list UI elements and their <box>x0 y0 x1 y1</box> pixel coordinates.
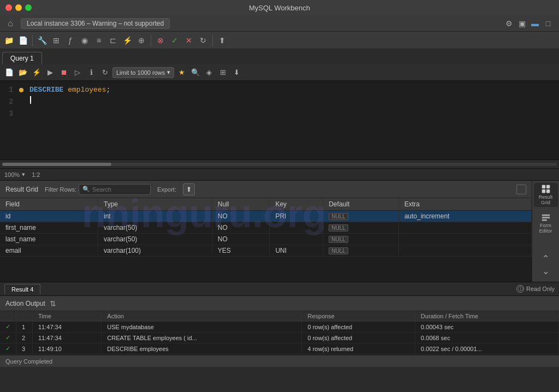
table-row[interactable]: email varchar(100) YES UNI NULL <box>0 245 532 257</box>
window-icon[interactable]: ▬ <box>528 17 542 30</box>
horizontal-scrollbar[interactable] <box>2 163 557 166</box>
settings-icon[interactable]: ⚙ <box>502 17 515 30</box>
explain-icon[interactable]: ℹ <box>85 67 97 79</box>
check-icon[interactable]: ✓ <box>168 34 181 47</box>
action-row[interactable]: ✓ 2 11:47:34 CREATE TABLE employees ( id… <box>0 332 559 343</box>
save-icon[interactable]: ⚡ <box>31 67 43 79</box>
action-output-table[interactable]: Time Action Response Duration / Fetch Ti… <box>0 311 559 355</box>
action-row[interactable]: ✓ 1 11:47:34 USE mydatabase 0 row(s) aff… <box>0 322 559 332</box>
run-selection-icon[interactable]: ▷ <box>72 67 84 79</box>
extra2-icon[interactable]: ⊕ <box>135 34 148 47</box>
cell-null: YES <box>212 245 270 257</box>
svg-rect-5 <box>542 217 550 218</box>
svg-rect-0 <box>542 185 545 188</box>
extra-icon[interactable]: □ <box>542 17 555 30</box>
action-num: 3 <box>16 343 33 354</box>
search-input[interactable] <box>92 186 147 193</box>
cell-key <box>270 222 323 234</box>
expand-down-btn[interactable]: ⌄ <box>542 266 549 276</box>
col-field[interactable]: Field <box>0 198 98 211</box>
search-icon[interactable]: 🔍 <box>189 67 201 79</box>
action-col-duration: Duration / Fetch Time <box>415 311 558 322</box>
col-default[interactable]: Default <box>323 198 399 211</box>
table-row[interactable]: last_name varchar(50) NO NULL <box>0 234 532 245</box>
cursor-position: 1:2 <box>32 171 40 178</box>
action-row[interactable]: ✓ 3 11:49:10 DESCRIBE employees 4 row(s)… <box>0 343 559 354</box>
cell-type: varchar(50) <box>98 222 212 234</box>
routine-icon[interactable]: ƒ <box>64 34 77 47</box>
refresh-icon[interactable]: ↻ <box>197 34 210 47</box>
instance-label[interactable]: Local instance 3306 – Warning – not supp… <box>21 18 170 29</box>
import-icon[interactable]: ⊗ <box>154 34 167 47</box>
col-key[interactable]: Key <box>270 198 323 211</box>
run-icon[interactable]: ▶ <box>44 67 56 79</box>
new-file-icon[interactable]: 📄 <box>3 67 15 79</box>
action-col-response: Response <box>302 311 415 322</box>
zoom-arrow[interactable]: ▾ <box>22 171 25 178</box>
table-icon[interactable]: ⊞ <box>50 34 63 47</box>
filter-section: Filter Rows: 🔍 <box>45 184 151 195</box>
close-button[interactable] <box>5 4 12 11</box>
code-editor[interactable]: DESCRIBE employees; <box>25 81 559 159</box>
stop2-icon[interactable]: ⏹ <box>58 67 70 79</box>
action-col-time: Time <box>33 311 102 322</box>
stop-icon[interactable]: ✕ <box>182 34 195 47</box>
open-icon[interactable]: 📄 <box>16 34 29 47</box>
open-file-icon[interactable]: 📂 <box>17 67 29 79</box>
trigger-icon[interactable]: ⚡ <box>121 34 134 47</box>
table-row[interactable]: id int NO PRI NULL auto_increment <box>0 211 532 222</box>
view-icon[interactable]: ▣ <box>515 17 528 30</box>
result-grid-btn[interactable]: ResultGrid <box>534 183 558 207</box>
col-extra[interactable]: Extra <box>399 198 531 211</box>
new-schema-icon[interactable]: 📁 <box>2 34 15 47</box>
format-icon[interactable]: ⊞ <box>217 67 229 79</box>
result4-tab[interactable]: Result 4 <box>4 284 40 294</box>
action-time: 11:49:10 <box>33 343 102 354</box>
form-editor-btn[interactable]: Form Editor <box>534 211 558 235</box>
schema2-icon[interactable]: ◉ <box>78 34 91 47</box>
scrollbar-thumb[interactable] <box>2 163 111 166</box>
maximize-button[interactable] <box>25 4 32 11</box>
star-icon[interactable]: ★ <box>176 67 188 79</box>
action-col-check <box>0 311 16 322</box>
read-only-text: Read Only <box>526 286 555 292</box>
expand-collapse-btns: ⌃ ⌄ <box>542 253 549 280</box>
highlight-icon[interactable]: ◈ <box>203 67 215 79</box>
export2-icon[interactable]: ⬆ <box>216 34 229 47</box>
editor-area[interactable]: 1 2 3 DESCRIBE employees; <box>0 81 559 160</box>
svg-rect-1 <box>546 185 549 188</box>
expand-up-btn[interactable]: ⌃ <box>542 253 549 264</box>
action-duration: 0.0068 sec <box>415 332 558 343</box>
cell-extra: auto_increment <box>399 211 531 222</box>
menu-bar: ⌂ Local instance 3306 – Warning – not su… <box>0 15 559 32</box>
fk-icon[interactable]: ⊏ <box>106 34 120 47</box>
manage-icon[interactable]: 🔧 <box>35 34 49 47</box>
zoom-value: 100% <box>4 171 20 178</box>
action-sort-icon[interactable]: ⇅ <box>50 299 56 308</box>
home-icon[interactable]: ⌂ <box>4 17 16 29</box>
limit-arrow: ▾ <box>167 69 170 76</box>
limit-dropdown[interactable]: Limit to 1000 rows ▾ <box>112 67 174 78</box>
col-type[interactable]: Type <box>98 198 212 211</box>
action-check: ✓ <box>0 343 16 354</box>
sep1 <box>32 35 33 46</box>
search-box[interactable]: 🔍 <box>79 184 151 195</box>
expand-result-btn[interactable] <box>516 185 526 194</box>
refresh2-icon[interactable]: ↻ <box>99 67 111 79</box>
col-null[interactable]: Null <box>212 198 270 211</box>
data-table[interactable]: Field Type Null Key Default Extra id int… <box>0 198 532 282</box>
export-btn[interactable]: ⬆ <box>183 183 195 195</box>
action-response: 0 row(s) affected <box>302 322 415 332</box>
index-icon[interactable]: ≡ <box>92 34 105 47</box>
query-tab[interactable]: Query 1 <box>2 52 42 64</box>
sep2 <box>151 35 151 46</box>
table-row[interactable]: first_name varchar(50) NO NULL <box>0 222 532 234</box>
status-text: Query Completed <box>5 358 52 365</box>
breakpoint-dot[interactable] <box>19 88 23 92</box>
action-duration: 0.0022 sec / 0.00001... <box>415 343 558 354</box>
editor-scrollbar[interactable] <box>0 160 559 169</box>
export3-icon[interactable]: ⬇ <box>230 67 242 79</box>
zoom-control[interactable]: 100% ▾ <box>4 171 25 178</box>
minimize-button[interactable] <box>15 4 22 11</box>
cell-null: NO <box>212 211 270 222</box>
